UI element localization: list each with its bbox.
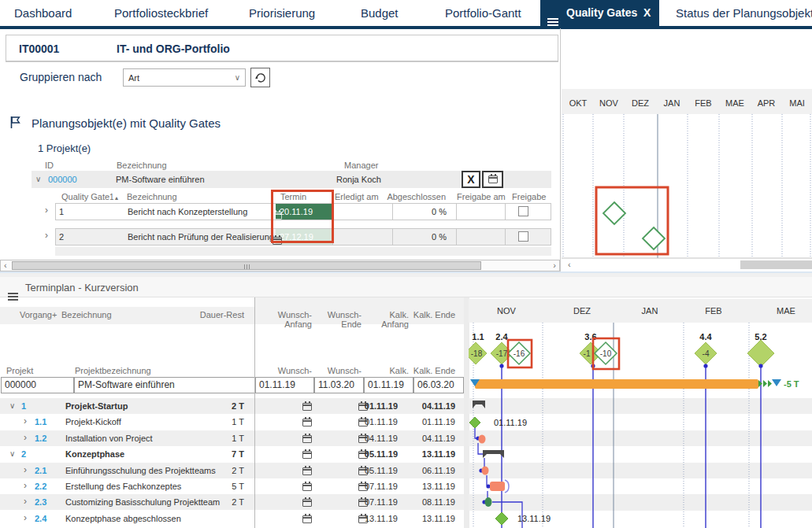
task-bar-small[interactable] <box>482 467 489 475</box>
chevron-right-icon[interactable]: › <box>24 415 27 426</box>
task-kalk-ende: 13.11.19 <box>416 514 455 523</box>
scroll-left-icon[interactable]: ‹ <box>568 260 571 269</box>
scroll-left-icon[interactable]: ‹ <box>4 260 7 270</box>
clear-button[interactable]: X <box>462 171 480 188</box>
task-kalk-ende: 04.11.19 <box>416 434 455 443</box>
calendar-icon[interactable] <box>302 483 312 491</box>
hamburger-icon[interactable] <box>547 9 558 23</box>
chevron-down-icon[interactable]: ∨ <box>35 175 41 183</box>
task-nr[interactable]: 2.3 <box>35 497 46 507</box>
milestone-diamond-large[interactable] <box>747 340 774 367</box>
scrollbar-thumb[interactable] <box>12 261 481 270</box>
task-nr[interactable]: 1.1 <box>35 417 46 426</box>
calendar-button[interactable] <box>482 171 503 188</box>
task-bar-small[interactable] <box>479 435 486 444</box>
project-id-link[interactable]: 000000 <box>48 175 77 184</box>
task-milestone-diamond[interactable] <box>495 512 508 525</box>
close-tab-icon[interactable]: X <box>643 6 651 19</box>
task-row[interactable]: › 1.1 Projekt-Kickoff 1 T 01.11.19 01.11… <box>0 414 464 430</box>
col-wunsch-ende[interactable]: Wunsch-Ende <box>312 310 362 329</box>
col-dauer-rest[interactable]: Dauer-Rest <box>189 310 244 319</box>
chevron-right-icon[interactable]: › <box>45 205 48 216</box>
calendar-icon[interactable] <box>302 467 312 475</box>
gate-name: Bericht nach Prüfung der Realisierung <box>128 232 274 242</box>
scroll-right-icon[interactable]: › <box>553 260 556 270</box>
task-milestone-diamond[interactable] <box>469 417 480 428</box>
project-id-cell[interactable]: 000000 <box>1 377 74 393</box>
qg-col-freigabe[interactable]: Freigabe <box>512 192 546 201</box>
col-kalk-anfang[interactable]: Kalk. Anfang <box>362 310 409 329</box>
qg-col-abgeschlossen[interactable]: Abgeschlossen <box>370 192 446 201</box>
scrollbar-thumb[interactable] <box>740 260 812 269</box>
chevron-right-icon[interactable]: › <box>24 512 27 523</box>
calendar-icon[interactable] <box>302 435 312 443</box>
calendar-icon[interactable] <box>302 515 312 523</box>
tab-priorisierung[interactable]: Priorisierung <box>249 6 315 20</box>
task-bar[interactable] <box>490 482 505 491</box>
tab-quality-gates[interactable]: Quality Gates X <box>540 0 659 26</box>
tab-status-planungsobjekte[interactable]: Status der Planungsobjekte <box>676 6 812 20</box>
col-bezeichnung[interactable]: Bezeichnung <box>61 310 112 319</box>
task-row[interactable]: › 2.1 Einführungsschulung des Projekttea… <box>0 463 464 478</box>
chevron-right-icon[interactable]: › <box>45 230 48 241</box>
month-label: OKT <box>569 98 588 108</box>
refresh-button[interactable] <box>250 68 270 87</box>
task-row[interactable]: › 2.4 Konzeptphase abgeschlossen 13.11.1… <box>0 511 464 526</box>
task-nr[interactable]: 2.4 <box>35 514 46 523</box>
task-row[interactable]: › 2.2 Erstellung des Fachkonzeptes 5 T 0… <box>0 478 464 494</box>
calendar-icon[interactable] <box>302 419 312 426</box>
task-nr[interactable]: 1 <box>21 401 26 411</box>
task-nr[interactable]: 1.2 <box>35 434 46 443</box>
kalk-anfang-cell[interactable]: 01.11.19 <box>364 377 413 393</box>
sort-indicator[interactable]: 1▲ <box>109 193 120 201</box>
summary-bar[interactable] <box>483 450 504 458</box>
chevron-right-icon[interactable]: › <box>24 464 27 475</box>
calendar-icon[interactable] <box>302 403 312 411</box>
task-kalk-anfang: 04.11.19 <box>358 434 398 443</box>
month-label: JAN <box>642 306 658 316</box>
col-wunsch-anfang[interactable]: Wunsch-Anfang <box>253 310 312 329</box>
qg-col-gate[interactable]: Quality Gate <box>61 192 109 201</box>
col-kalk-ende[interactable]: Kalk. Ende <box>409 310 455 319</box>
task-row[interactable]: › 2.3 Customizing Basisschulung Projektt… <box>0 494 464 510</box>
task-nr[interactable]: 2.2 <box>35 482 46 491</box>
tab-budget[interactable]: Budget <box>361 6 399 20</box>
col-vorgang[interactable]: Vorgang <box>20 310 52 319</box>
chevron-right-icon[interactable]: › <box>24 496 27 507</box>
add-column-icon[interactable]: + <box>52 310 57 319</box>
task-row[interactable]: › 1.2 Installation von Project 1 T 04.11… <box>0 430 464 446</box>
group-by-select[interactable]: Art ∨ <box>123 68 246 87</box>
project-bar[interactable] <box>475 379 758 389</box>
task-dauer: 7 T <box>197 449 244 459</box>
freigabe-checkbox[interactable] <box>518 206 528 216</box>
task-row[interactable]: ∨ 1 Projekt-Startup 2 T 01.11.19 04.11.1… <box>0 398 464 414</box>
month-label: FEB <box>705 306 721 316</box>
qg-col-bezeichnung[interactable]: Bezeichnung <box>127 192 177 201</box>
freigabe-checkbox[interactable] <box>518 231 528 242</box>
kalk-ende-cell[interactable]: 06.03.20 <box>413 377 464 393</box>
tab-portfoliosteckbrief[interactable]: Portfoliosteckbrief <box>114 6 208 20</box>
wunsch-anfang-cell[interactable]: 01.11.19 <box>255 377 314 393</box>
quality-gate-milestone-diamond[interactable] <box>603 202 625 224</box>
task-bar-small-done[interactable] <box>485 497 492 507</box>
quality-gate-milestone-diamond[interactable] <box>643 227 665 249</box>
task-nr[interactable]: 2.1 <box>35 466 46 475</box>
chevron-down-icon[interactable]: ∨ <box>9 449 15 458</box>
chevron-right-icon[interactable]: › <box>24 480 27 491</box>
thumb-grip <box>249 264 250 269</box>
chevron-right-icon[interactable]: › <box>24 432 27 443</box>
qg-col-freigabe-am[interactable]: Freigabe am <box>457 192 506 201</box>
task-row[interactable]: ∨ 2 Konzeptphase 7 T 05.11.19 13.11.19 <box>0 446 464 462</box>
tab-dashboard[interactable]: Dashboard <box>14 6 72 20</box>
wunsch-ende-cell[interactable]: 11.03.20 <box>314 377 364 393</box>
horizontal-scrollbar[interactable]: ‹ › <box>0 260 560 271</box>
column-divider <box>254 297 255 528</box>
task-nr[interactable]: 2 <box>21 449 26 459</box>
hamburger-icon[interactable] <box>8 283 18 297</box>
gate-nr: 1 <box>59 207 64 216</box>
tab-portfolio-gantt[interactable]: Portfolio-Gantt <box>445 6 521 20</box>
project-name-cell[interactable]: PM-Software einführen <box>74 377 255 393</box>
calendar-icon[interactable] <box>302 499 312 507</box>
calendar-icon[interactable] <box>302 451 312 459</box>
chevron-down-icon[interactable]: ∨ <box>9 401 15 410</box>
